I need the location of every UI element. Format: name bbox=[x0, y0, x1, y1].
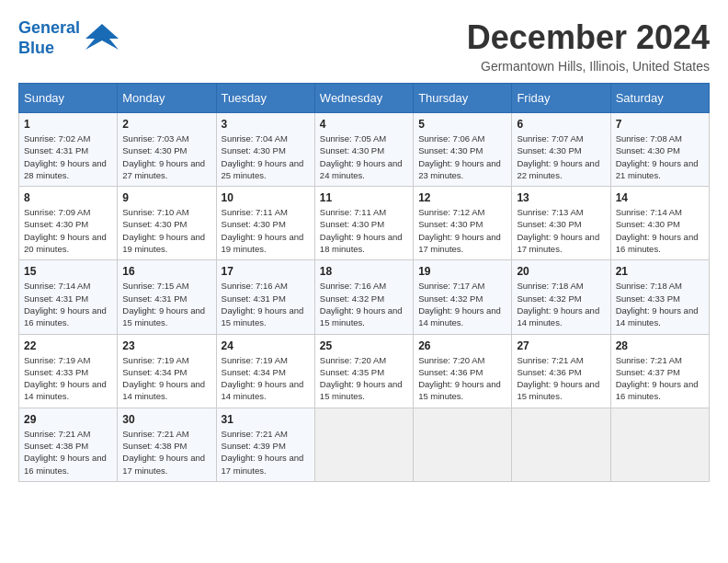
day-info: Sunrise: 7:16 AMSunset: 4:31 PMDaylight:… bbox=[222, 280, 310, 328]
table-row: 20Sunrise: 7:18 AMSunset: 4:32 PMDayligh… bbox=[512, 260, 610, 334]
table-row bbox=[512, 408, 610, 481]
calendar-header-row: SundayMondayTuesdayWednesdayThursdayFrid… bbox=[19, 84, 710, 113]
table-row: 25Sunrise: 7:20 AMSunset: 4:35 PMDayligh… bbox=[314, 334, 413, 408]
calendar-header-saturday: Saturday bbox=[610, 84, 709, 113]
day-number: 7 bbox=[616, 118, 704, 131]
table-row: 28Sunrise: 7:21 AMSunset: 4:37 PMDayligh… bbox=[610, 334, 709, 408]
calendar-row-3: 15Sunrise: 7:14 AMSunset: 4:31 PMDayligh… bbox=[19, 260, 710, 334]
day-number: 18 bbox=[320, 265, 408, 278]
table-row: 24Sunrise: 7:19 AMSunset: 4:34 PMDayligh… bbox=[216, 334, 314, 408]
day-number: 13 bbox=[517, 191, 605, 204]
day-number: 8 bbox=[24, 191, 112, 204]
day-info: Sunrise: 7:21 AMSunset: 4:38 PMDaylight:… bbox=[24, 428, 112, 477]
table-row: 13Sunrise: 7:13 AMSunset: 4:30 PMDayligh… bbox=[512, 187, 610, 260]
logo-bird-icon bbox=[85, 20, 119, 53]
day-number: 3 bbox=[222, 118, 310, 131]
calendar-row-1: 1Sunrise: 7:02 AMSunset: 4:31 PMDaylight… bbox=[19, 113, 710, 187]
day-number: 14 bbox=[616, 191, 704, 204]
table-row: 9Sunrise: 7:10 AMSunset: 4:30 PMDaylight… bbox=[118, 187, 216, 260]
day-info: Sunrise: 7:20 AMSunset: 4:35 PMDaylight:… bbox=[320, 354, 408, 403]
table-row: 16Sunrise: 7:15 AMSunset: 4:31 PMDayligh… bbox=[118, 260, 216, 334]
logo: General Blue bbox=[18, 18, 119, 58]
table-row bbox=[414, 408, 512, 481]
calendar-row-2: 8Sunrise: 7:09 AMSunset: 4:30 PMDaylight… bbox=[19, 187, 710, 260]
table-row: 4Sunrise: 7:05 AMSunset: 4:30 PMDaylight… bbox=[314, 113, 413, 187]
table-row bbox=[314, 408, 413, 481]
day-info: Sunrise: 7:21 AMSunset: 4:37 PMDaylight:… bbox=[616, 354, 704, 403]
title-area: December 2024 Germantown Hills, Illinois… bbox=[467, 18, 710, 74]
table-row: 21Sunrise: 7:18 AMSunset: 4:33 PMDayligh… bbox=[610, 260, 709, 334]
location: Germantown Hills, Illinois, United State… bbox=[467, 59, 710, 74]
day-info: Sunrise: 7:20 AMSunset: 4:36 PMDaylight:… bbox=[418, 354, 506, 403]
day-number: 19 bbox=[418, 265, 506, 278]
day-number: 1 bbox=[24, 118, 112, 131]
table-row: 17Sunrise: 7:16 AMSunset: 4:31 PMDayligh… bbox=[216, 260, 314, 334]
day-info: Sunrise: 7:21 AMSunset: 4:39 PMDaylight:… bbox=[222, 428, 310, 477]
day-info: Sunrise: 7:12 AMSunset: 4:30 PMDaylight:… bbox=[418, 206, 506, 255]
day-number: 5 bbox=[418, 118, 506, 131]
day-number: 23 bbox=[122, 339, 210, 352]
day-info: Sunrise: 7:18 AMSunset: 4:32 PMDaylight:… bbox=[517, 280, 605, 328]
day-info: Sunrise: 7:11 AMSunset: 4:30 PMDaylight:… bbox=[320, 206, 408, 255]
table-row bbox=[610, 408, 709, 481]
day-number: 9 bbox=[122, 191, 210, 204]
day-info: Sunrise: 7:11 AMSunset: 4:30 PMDaylight:… bbox=[222, 206, 310, 255]
header: General Blue December 2024 Germantown Hi… bbox=[18, 18, 710, 74]
day-number: 2 bbox=[122, 118, 210, 131]
day-number: 21 bbox=[616, 265, 704, 278]
calendar-header-monday: Monday bbox=[118, 84, 216, 113]
table-row: 7Sunrise: 7:08 AMSunset: 4:30 PMDaylight… bbox=[610, 113, 709, 187]
table-row: 3Sunrise: 7:04 AMSunset: 4:30 PMDaylight… bbox=[216, 113, 314, 187]
day-number: 10 bbox=[222, 191, 310, 204]
day-info: Sunrise: 7:21 AMSunset: 4:36 PMDaylight:… bbox=[517, 354, 605, 403]
table-row: 19Sunrise: 7:17 AMSunset: 4:32 PMDayligh… bbox=[414, 260, 512, 334]
day-info: Sunrise: 7:13 AMSunset: 4:30 PMDaylight:… bbox=[517, 206, 605, 255]
day-number: 24 bbox=[222, 339, 310, 352]
day-info: Sunrise: 7:06 AMSunset: 4:30 PMDaylight:… bbox=[418, 132, 506, 181]
logo-line1: General bbox=[18, 18, 80, 39]
day-info: Sunrise: 7:16 AMSunset: 4:32 PMDaylight:… bbox=[320, 280, 408, 328]
calendar-header-wednesday: Wednesday bbox=[314, 84, 413, 113]
table-row: 18Sunrise: 7:16 AMSunset: 4:32 PMDayligh… bbox=[314, 260, 413, 334]
table-row: 14Sunrise: 7:14 AMSunset: 4:30 PMDayligh… bbox=[610, 187, 709, 260]
day-info: Sunrise: 7:14 AMSunset: 4:31 PMDaylight:… bbox=[24, 280, 112, 328]
table-row: 6Sunrise: 7:07 AMSunset: 4:30 PMDaylight… bbox=[512, 113, 610, 187]
table-row: 2Sunrise: 7:03 AMSunset: 4:30 PMDaylight… bbox=[118, 113, 216, 187]
calendar-header-sunday: Sunday bbox=[19, 84, 118, 113]
day-info: Sunrise: 7:19 AMSunset: 4:34 PMDaylight:… bbox=[122, 354, 210, 403]
table-row: 11Sunrise: 7:11 AMSunset: 4:30 PMDayligh… bbox=[314, 187, 413, 260]
table-row: 1Sunrise: 7:02 AMSunset: 4:31 PMDaylight… bbox=[19, 113, 118, 187]
day-info: Sunrise: 7:04 AMSunset: 4:30 PMDaylight:… bbox=[222, 132, 310, 181]
table-row: 31Sunrise: 7:21 AMSunset: 4:39 PMDayligh… bbox=[216, 408, 314, 481]
calendar-header-friday: Friday bbox=[512, 84, 610, 113]
calendar-row-4: 22Sunrise: 7:19 AMSunset: 4:33 PMDayligh… bbox=[19, 334, 710, 408]
day-number: 20 bbox=[517, 265, 605, 278]
day-info: Sunrise: 7:14 AMSunset: 4:30 PMDaylight:… bbox=[616, 206, 704, 255]
day-info: Sunrise: 7:15 AMSunset: 4:31 PMDaylight:… bbox=[122, 280, 210, 328]
table-row: 29Sunrise: 7:21 AMSunset: 4:38 PMDayligh… bbox=[19, 408, 118, 481]
day-info: Sunrise: 7:03 AMSunset: 4:30 PMDaylight:… bbox=[122, 132, 210, 181]
month-title: December 2024 bbox=[467, 18, 710, 57]
day-info: Sunrise: 7:07 AMSunset: 4:30 PMDaylight:… bbox=[517, 132, 605, 181]
day-number: 28 bbox=[616, 339, 704, 352]
table-row: 23Sunrise: 7:19 AMSunset: 4:34 PMDayligh… bbox=[118, 334, 216, 408]
day-number: 17 bbox=[222, 265, 310, 278]
logo-line2: Blue bbox=[18, 39, 80, 59]
table-row: 8Sunrise: 7:09 AMSunset: 4:30 PMDaylight… bbox=[19, 187, 118, 260]
table-row: 27Sunrise: 7:21 AMSunset: 4:36 PMDayligh… bbox=[512, 334, 610, 408]
day-number: 25 bbox=[320, 339, 408, 352]
day-number: 12 bbox=[418, 191, 506, 204]
day-info: Sunrise: 7:19 AMSunset: 4:34 PMDaylight:… bbox=[222, 354, 310, 403]
table-row: 5Sunrise: 7:06 AMSunset: 4:30 PMDaylight… bbox=[414, 113, 512, 187]
calendar-header-thursday: Thursday bbox=[414, 84, 512, 113]
table-row: 15Sunrise: 7:14 AMSunset: 4:31 PMDayligh… bbox=[19, 260, 118, 334]
day-number: 16 bbox=[122, 265, 210, 278]
day-number: 26 bbox=[418, 339, 506, 352]
calendar-row-5: 29Sunrise: 7:21 AMSunset: 4:38 PMDayligh… bbox=[19, 408, 710, 481]
day-number: 27 bbox=[517, 339, 605, 352]
day-number: 6 bbox=[517, 118, 605, 131]
day-number: 29 bbox=[24, 413, 112, 426]
day-number: 30 bbox=[122, 413, 210, 426]
calendar-table: SundayMondayTuesdayWednesdayThursdayFrid… bbox=[18, 83, 710, 482]
day-number: 22 bbox=[24, 339, 112, 352]
